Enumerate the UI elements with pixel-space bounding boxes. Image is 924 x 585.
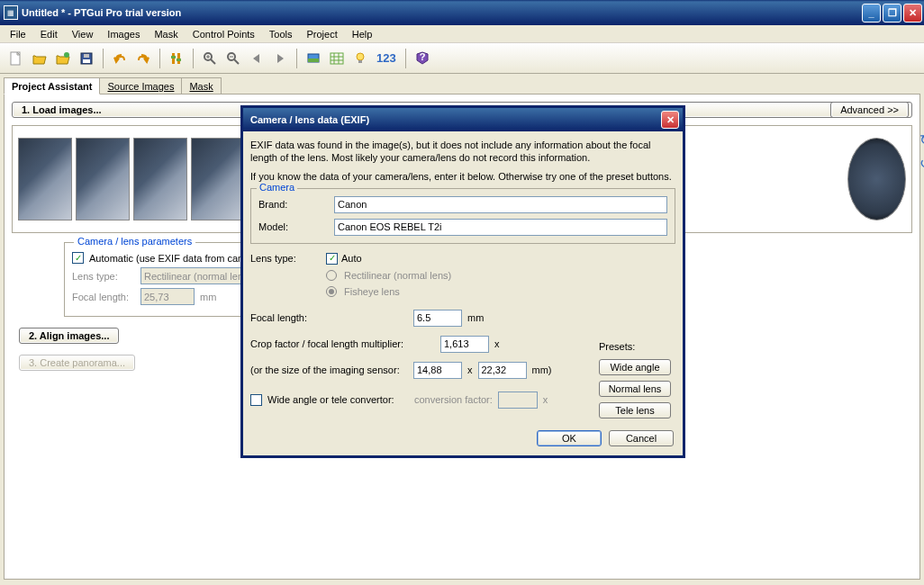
menu-mask[interactable]: Mask bbox=[148, 27, 184, 41]
app-icon: ▦ bbox=[4, 5, 18, 20]
menu-images[interactable]: Images bbox=[101, 27, 146, 41]
menu-help[interactable]: Help bbox=[346, 27, 379, 41]
focal-length-input[interactable] bbox=[413, 310, 462, 327]
window-title: Untitled * - PTGui Pro trial version bbox=[22, 7, 860, 18]
crop-factor-label: Crop factor / focal length multiplier: bbox=[250, 338, 435, 349]
help-icon[interactable]: ? bbox=[412, 48, 433, 69]
dialog-close-button[interactable]: ✕ bbox=[661, 111, 679, 129]
automatic-checkbox[interactable] bbox=[72, 252, 84, 264]
sensor-label: (or the size of the imaging sensor: bbox=[250, 364, 408, 375]
lens-type-label: Lens type: bbox=[72, 271, 135, 282]
camera-legend: Camera bbox=[257, 182, 297, 193]
menu-file[interactable]: File bbox=[4, 27, 32, 41]
svg-rect-17 bbox=[308, 58, 319, 62]
thumbnail[interactable] bbox=[76, 138, 130, 220]
minimize-button[interactable]: _ bbox=[862, 4, 881, 22]
auto-checkbox[interactable] bbox=[326, 253, 338, 265]
numeric-transform-icon[interactable]: 123 bbox=[373, 51, 400, 65]
dialog-title-text: Camera / lens data (EXIF) bbox=[250, 114, 661, 125]
svg-line-10 bbox=[211, 59, 215, 64]
focal-length-label: Focal length: bbox=[250, 312, 408, 323]
tab-project-assistant[interactable]: Project Assistant bbox=[4, 77, 100, 94]
tab-mask[interactable]: Mask bbox=[181, 77, 221, 94]
conversion-factor-input bbox=[498, 392, 538, 409]
camera-fieldset: Camera Brand: Model: bbox=[250, 188, 675, 244]
create-panorama-button: 3. Create panorama... bbox=[19, 355, 135, 371]
menu-tools[interactable]: Tools bbox=[263, 27, 299, 41]
svg-text:?: ? bbox=[419, 51, 425, 62]
svg-point-23 bbox=[357, 53, 364, 60]
open-recent-icon[interactable] bbox=[52, 48, 74, 69]
preset-tele-button[interactable]: Tele lens bbox=[599, 402, 671, 418]
x-label: x bbox=[543, 394, 548, 405]
advanced-button[interactable]: Advanced >> bbox=[830, 102, 909, 118]
model-field[interactable] bbox=[334, 219, 667, 236]
menu-project[interactable]: Project bbox=[301, 27, 344, 41]
x-label: x bbox=[494, 338, 500, 349]
sensor-height-input[interactable] bbox=[478, 362, 527, 379]
title-bar: ▦ Untitled * - PTGui Pro trial version _… bbox=[0, 0, 924, 25]
detail-viewer-icon[interactable] bbox=[326, 48, 348, 69]
group-legend: Camera / lens parameters bbox=[74, 236, 195, 247]
preset-wide-button[interactable]: Wide angle bbox=[599, 359, 671, 375]
thumbnail[interactable] bbox=[133, 138, 187, 220]
sensor-width-input[interactable] bbox=[413, 362, 462, 379]
thumbnail[interactable] bbox=[191, 138, 245, 220]
align-images-button[interactable]: 2. Align images... bbox=[19, 328, 119, 344]
presets-group: Presets: Wide angle Normal lens Tele len… bbox=[599, 341, 671, 418]
svg-rect-7 bbox=[171, 56, 176, 58]
presets-label: Presets: bbox=[599, 341, 635, 352]
zoom-in-icon[interactable] bbox=[199, 48, 221, 69]
mm-label: mm bbox=[467, 312, 484, 323]
rectilinear-label: Rectilinear (normal lens) bbox=[344, 270, 451, 281]
rotate-ccw-icon[interactable]: ↺ bbox=[917, 155, 924, 171]
svg-point-1 bbox=[64, 52, 69, 58]
undo-icon[interactable] bbox=[109, 48, 131, 69]
prev-icon[interactable] bbox=[246, 48, 267, 69]
cancel-button[interactable]: Cancel bbox=[609, 430, 674, 446]
tab-source-images[interactable]: Source Images bbox=[99, 77, 182, 94]
convertor-checkbox[interactable] bbox=[250, 394, 262, 406]
focal-length-field bbox=[140, 288, 195, 305]
svg-rect-8 bbox=[177, 58, 181, 61]
menu-control-points[interactable]: Control Points bbox=[186, 27, 261, 41]
convertor-label: Wide angle or tele convertor: bbox=[267, 394, 409, 405]
dialog-message: EXIF data was found in the image(s), but… bbox=[250, 139, 675, 165]
open-icon[interactable] bbox=[29, 48, 50, 69]
menu-edit[interactable]: Edit bbox=[34, 27, 64, 41]
save-icon[interactable] bbox=[76, 48, 97, 69]
thumbnail[interactable] bbox=[18, 138, 72, 220]
toolbar: 123 ? bbox=[0, 43, 924, 74]
rectilinear-radio bbox=[326, 270, 337, 281]
svg-line-14 bbox=[234, 59, 239, 64]
svg-rect-3 bbox=[83, 59, 90, 63]
exif-dialog: Camera / lens data (EXIF) ✕ EXIF data wa… bbox=[240, 105, 685, 458]
redo-icon[interactable] bbox=[132, 48, 154, 69]
dialog-message: If you know the data of your camera/lens… bbox=[250, 170, 675, 183]
dialog-titlebar[interactable]: Camera / lens data (EXIF) ✕ bbox=[243, 108, 683, 131]
rotate-cw-icon[interactable]: ↻ bbox=[917, 131, 924, 148]
maximize-button[interactable]: ❐ bbox=[883, 4, 901, 22]
brand-field[interactable] bbox=[334, 196, 667, 213]
zoom-out-icon[interactable] bbox=[222, 48, 244, 69]
menu-bar: File Edit View Images Mask Control Point… bbox=[0, 25, 924, 43]
preset-normal-button[interactable]: Normal lens bbox=[599, 381, 671, 397]
focal-length-label: Focal length: bbox=[72, 292, 135, 302]
bulb-icon[interactable] bbox=[349, 48, 371, 69]
brand-label: Brand: bbox=[258, 199, 331, 210]
svg-rect-24 bbox=[358, 60, 362, 63]
menu-view[interactable]: View bbox=[66, 27, 100, 41]
ok-button[interactable]: OK bbox=[537, 430, 602, 446]
x-label: x bbox=[467, 364, 473, 375]
close-button[interactable]: ✕ bbox=[903, 4, 922, 22]
crop-factor-input[interactable] bbox=[440, 336, 489, 353]
options-icon[interactable] bbox=[166, 48, 187, 69]
new-icon[interactable] bbox=[5, 48, 27, 69]
mm-label: mm) bbox=[532, 364, 552, 375]
panorama-editor-icon[interactable] bbox=[303, 48, 324, 69]
mm-label: mm bbox=[200, 292, 216, 302]
svg-rect-4 bbox=[84, 54, 89, 58]
thumbnail[interactable] bbox=[847, 138, 906, 220]
conversion-factor-label: conversion factor: bbox=[414, 394, 493, 405]
next-icon[interactable] bbox=[269, 48, 291, 69]
